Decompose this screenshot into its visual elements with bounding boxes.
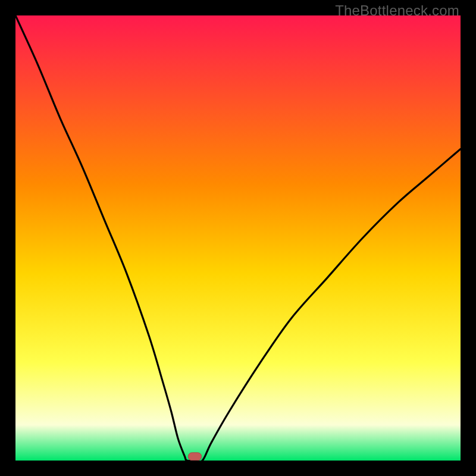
gradient-background xyxy=(15,15,461,461)
optimal-marker xyxy=(188,453,201,461)
plot-area xyxy=(15,15,461,461)
bottleneck-chart xyxy=(15,15,461,461)
chart-frame: TheBottleneck.com xyxy=(0,0,476,476)
watermark-text: TheBottleneck.com xyxy=(335,2,459,19)
